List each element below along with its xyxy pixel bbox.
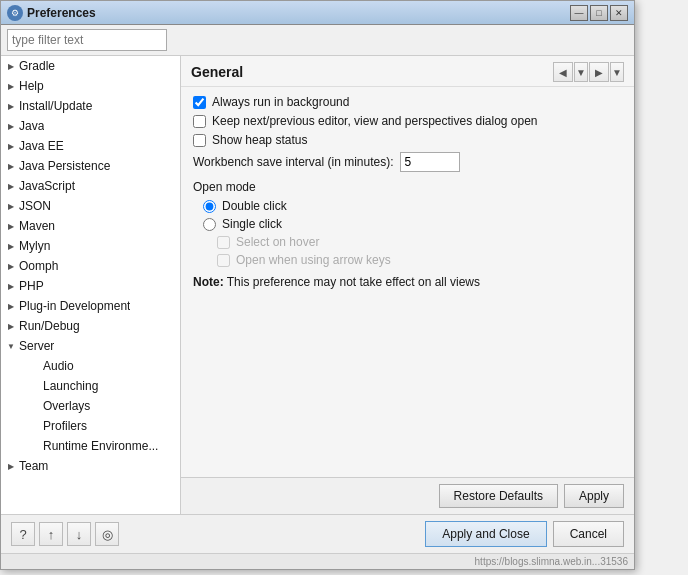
action-bar: Restore Defaults Apply: [181, 477, 634, 514]
single-click-label: Single click: [222, 217, 282, 231]
back-dropdown[interactable]: ▼: [574, 62, 588, 82]
arrow-icon: [5, 220, 17, 232]
export-icon[interactable]: ↑: [39, 522, 63, 546]
sidebar-item-plugin-development[interactable]: Plug-in Development: [1, 296, 180, 316]
sidebar-item-label: Run/Debug: [19, 319, 80, 333]
sidebar-item-label: Team: [19, 459, 48, 473]
import-icon[interactable]: ↓: [67, 522, 91, 546]
arrow-icon: [5, 460, 17, 472]
always-run-background-checkbox[interactable]: [193, 96, 206, 109]
arrow-icon: [5, 260, 17, 272]
sidebar-item-profilers[interactable]: Profilers: [1, 416, 180, 436]
cancel-button[interactable]: Cancel: [553, 521, 624, 547]
sidebar-item-java[interactable]: Java: [1, 116, 180, 136]
main-content: Gradle Help Install/Update Java Java EE …: [1, 56, 634, 514]
close-button[interactable]: ✕: [610, 5, 628, 21]
sidebar-item-php[interactable]: PHP: [1, 276, 180, 296]
back-button[interactable]: ◀: [553, 62, 573, 82]
sidebar-item-run-debug[interactable]: Run/Debug: [1, 316, 180, 336]
sidebar-item-label: Maven: [19, 219, 55, 233]
sidebar-item-team[interactable]: Team: [1, 456, 180, 476]
select-on-hover-checkbox[interactable]: [217, 236, 230, 249]
show-heap-status-label: Show heap status: [212, 133, 307, 147]
sidebar-item-javascript[interactable]: JavaScript: [1, 176, 180, 196]
single-click-radio[interactable]: [203, 218, 216, 231]
sidebar-item-label: Help: [19, 79, 44, 93]
sidebar-item-label: Oomph: [19, 259, 58, 273]
open-arrow-keys-row: Open when using arrow keys: [217, 253, 622, 267]
maximize-button[interactable]: □: [590, 5, 608, 21]
nav-buttons: ◀ ▼ ▶ ▼: [553, 62, 624, 82]
sidebar-item-runtime-environment[interactable]: Runtime Environme...: [1, 436, 180, 456]
sidebar-item-java-ee[interactable]: Java EE: [1, 136, 180, 156]
workbench-save-input[interactable]: [400, 152, 460, 172]
sidebar-item-help[interactable]: Help: [1, 76, 180, 96]
select-on-hover-row: Select on hover: [217, 235, 622, 249]
sidebar-item-label: Install/Update: [19, 99, 92, 113]
radio-group-open-mode: Double click Single click: [193, 199, 622, 231]
sidebar-item-label: Java EE: [19, 139, 64, 153]
forward-dropdown[interactable]: ▼: [610, 62, 624, 82]
note-row: Note: This preference may not take effec…: [193, 275, 622, 289]
sidebar-item-label: Plug-in Development: [19, 299, 130, 313]
single-click-row: Single click: [203, 217, 622, 231]
preferences-window: ⚙ Preferences — □ ✕ Gradle Help Install/…: [0, 0, 635, 570]
bottom-buttons: Apply and Close Cancel: [425, 521, 624, 547]
restore-defaults-button[interactable]: Restore Defaults: [439, 484, 558, 508]
sidebar-item-label: Runtime Environme...: [43, 439, 158, 453]
sidebar-item-label: JSON: [19, 199, 51, 213]
content-body: Always run in background Keep next/previ…: [181, 87, 634, 477]
forward-button[interactable]: ▶: [589, 62, 609, 82]
arrow-icon: [5, 140, 17, 152]
workbench-save-row: Workbench save interval (in minutes):: [193, 152, 622, 172]
sidebar-item-label: Audio: [43, 359, 74, 373]
sidebar-item-launching[interactable]: Launching: [1, 376, 180, 396]
arrow-icon: [5, 160, 17, 172]
window-title: Preferences: [27, 6, 570, 20]
sidebar-item-label: Overlays: [43, 399, 90, 413]
arrow-icon: [5, 300, 17, 312]
show-heap-status-checkbox[interactable]: [193, 134, 206, 147]
sidebar-item-json[interactable]: JSON: [1, 196, 180, 216]
sidebar-item-gradle[interactable]: Gradle: [1, 56, 180, 76]
sidebar-item-maven[interactable]: Maven: [1, 216, 180, 236]
sidebar-item-label: JavaScript: [19, 179, 75, 193]
arrow-icon: [5, 340, 17, 352]
bottom-icons: ? ↑ ↓ ◎: [11, 522, 119, 546]
sidebar-item-install-update[interactable]: Install/Update: [1, 96, 180, 116]
apply-button[interactable]: Apply: [564, 484, 624, 508]
help-icon[interactable]: ?: [11, 522, 35, 546]
keep-next-prev-row: Keep next/previous editor, view and pers…: [193, 114, 622, 128]
double-click-radio[interactable]: [203, 200, 216, 213]
show-heap-status-row: Show heap status: [193, 133, 622, 147]
sidebar-item-java-persistence[interactable]: Java Persistence: [1, 156, 180, 176]
sidebar-item-label: Gradle: [19, 59, 55, 73]
keep-next-prev-checkbox[interactable]: [193, 115, 206, 128]
arrow-icon: [5, 280, 17, 292]
sidebar-item-audio[interactable]: Audio: [1, 356, 180, 376]
title-bar: ⚙ Preferences — □ ✕: [1, 1, 634, 25]
sidebar-item-label: PHP: [19, 279, 44, 293]
arrow-icon: [5, 60, 17, 72]
open-arrow-keys-checkbox[interactable]: [217, 254, 230, 267]
apply-and-close-button[interactable]: Apply and Close: [425, 521, 546, 547]
arrow-icon: [5, 240, 17, 252]
minimize-button[interactable]: —: [570, 5, 588, 21]
settings-circle-icon[interactable]: ◎: [95, 522, 119, 546]
content-title: General: [191, 64, 243, 80]
workbench-save-label: Workbench save interval (in minutes):: [193, 155, 394, 169]
sidebar-item-label: Profilers: [43, 419, 87, 433]
sidebar-item-oomph[interactable]: Oomph: [1, 256, 180, 276]
sidebar-item-label: Launching: [43, 379, 98, 393]
sidebar-item-mylyn[interactable]: Mylyn: [1, 236, 180, 256]
filter-input[interactable]: [7, 29, 167, 51]
always-run-background-label: Always run in background: [212, 95, 349, 109]
double-click-label: Double click: [222, 199, 287, 213]
filter-bar: [1, 25, 634, 56]
sidebar-item-server[interactable]: Server: [1, 336, 180, 356]
sub-options: Select on hover Open when using arrow ke…: [193, 235, 622, 267]
sidebar-item-overlays[interactable]: Overlays: [1, 396, 180, 416]
title-bar-buttons: — □ ✕: [570, 5, 628, 21]
sidebar-item-label: Server: [19, 339, 54, 353]
sidebar: Gradle Help Install/Update Java Java EE …: [1, 56, 181, 514]
